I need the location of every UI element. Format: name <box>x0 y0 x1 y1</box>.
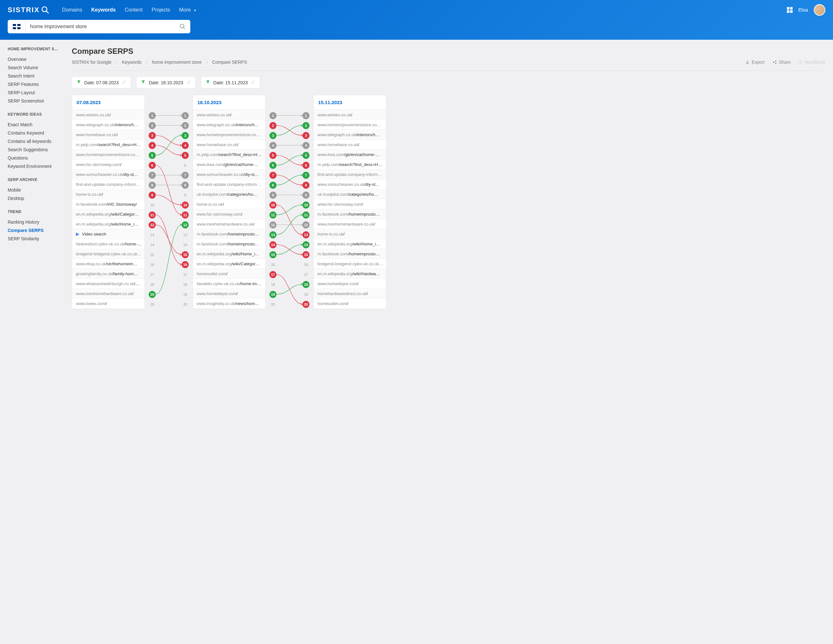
apps-icon[interactable] <box>787 7 793 13</box>
serp-result-row[interactable]: m.facebook.com/homeimprosto… <box>314 209 386 219</box>
pencil-icon[interactable] <box>187 80 191 85</box>
search-input[interactable] <box>26 24 175 29</box>
serp-result-row[interactable]: www.whatsoninedinburgh.co.uk/… <box>72 279 145 289</box>
pencil-icon[interactable] <box>251 80 255 85</box>
sidebar-item[interactable]: Desktop <box>8 194 64 203</box>
serp-result-row[interactable]: en.m.wikipedia.org/wiki/Categor… <box>72 209 145 219</box>
serp-result-row[interactable]: www.wickes.co.uk/ <box>72 110 145 120</box>
serp-result-row[interactable]: en.m.wikipedia.org/wiki/Home_i… <box>193 249 265 259</box>
nav-item[interactable]: Content <box>125 7 143 13</box>
serp-result-row[interactable]: bridgend-bridgend.cylex-uk.co.uk… <box>72 249 145 259</box>
serp-result-row[interactable]: www.telegraph.co.uk/interiors/h… <box>314 130 386 140</box>
serp-result-row[interactable]: www.inexhomehardware.co.uk/ <box>193 219 265 229</box>
serp-result-row[interactable]: www.inexhomehardware.co.uk/ <box>314 219 386 229</box>
breadcrumb-item[interactable]: SISTRIX for Google <box>72 60 111 65</box>
sidebar-item[interactable]: Exact Match <box>8 121 64 129</box>
serp-result-row[interactable]: m.yelp.com/search?find_desc=H… <box>314 159 386 169</box>
serp-result-row[interactable]: hednesford.cylex-uk.co.uk/home-… <box>72 239 145 249</box>
sidebar-item[interactable]: SERP Screenshot <box>8 97 64 105</box>
sidebar-item[interactable]: Keyword Environment <box>8 162 64 171</box>
sidebar-item[interactable]: SERP Features <box>8 80 64 89</box>
serp-result-row[interactable]: www.lowes.com/ <box>72 299 145 309</box>
serp-result-row[interactable]: www.ikea.com/gb/en/cat/home-… <box>314 150 386 159</box>
serp-result-row[interactable]: find-and-update.company-inform… <box>193 179 265 189</box>
pencil-icon[interactable] <box>122 80 126 85</box>
breadcrumb-item[interactable]: Keywords <box>122 60 141 65</box>
sidebar-item[interactable]: SERP-Layout <box>8 89 64 97</box>
serp-result-row[interactable]: home-is.co.uk/ <box>314 229 386 239</box>
serp-result-row[interactable]: find-and-update.company-inform… <box>72 179 145 189</box>
sidebar-item[interactable]: Search Suggestions <box>8 145 64 154</box>
serp-result-row[interactable]: www.hic-stornoway.com/ <box>72 159 145 169</box>
serp-result-row[interactable]: uk.trustpilot.com/categories/ho… <box>314 189 386 199</box>
serp-result-row[interactable]: en.m.wikipedia.org/wiki/Home_i… <box>72 219 145 229</box>
serp-result-row[interactable]: bridgend-bridgend.cylex-uk.co.uk… <box>314 259 386 269</box>
sidebar-item[interactable]: Compare SERPS <box>8 226 64 235</box>
serp-result-row[interactable]: www.ebay.co.uk/str/thehomeim… <box>72 259 145 269</box>
nav-item[interactable]: Domains <box>62 7 82 13</box>
serp-result-row[interactable]: www.homebase.co.uk/ <box>314 140 386 150</box>
serp-result-row[interactable]: www.inexhomehardware.co.uk/ <box>72 289 145 299</box>
serp-result-row[interactable]: m.yelp.com/search?find_desc=H… <box>193 150 265 159</box>
serp-result-row[interactable]: home-is.co.uk/ <box>193 199 265 209</box>
sidebar-item[interactable]: Overview <box>8 55 64 63</box>
sidebar-item[interactable]: Questions <box>8 154 64 162</box>
serp-result-row[interactable]: homeoutlet.com/ <box>314 299 386 309</box>
sidebar-item[interactable]: Search Intent <box>8 72 64 80</box>
serp-result-row[interactable]: www.insightdiy.co.uk/news/hom… <box>193 299 265 309</box>
serp-result-row[interactable]: www.homeimprovementstore.co… <box>314 120 386 130</box>
nav-item[interactable]: Projects <box>151 7 170 13</box>
serp-result-row[interactable]: www.somucheasier.co.uk/diy-st… <box>72 169 145 179</box>
share-button[interactable]: Share <box>772 60 791 65</box>
sidebar-item[interactable]: Contains all keywords <box>8 137 64 145</box>
serp-result-row[interactable]: www.wickes.co.uk/ <box>193 110 265 120</box>
country-selector[interactable] <box>8 20 26 33</box>
search-button[interactable] <box>175 23 190 30</box>
serp-result-row[interactable]: home-is.co.uk/ <box>72 189 145 199</box>
serp-result-row[interactable]: www.hic-stornoway.com/ <box>314 199 386 209</box>
nav-item[interactable]: More ▼ <box>179 7 197 13</box>
serp-result-row[interactable]: www.telegraph.co.uk/interiors/h… <box>193 120 265 130</box>
date-filter-chip[interactable]: Date: 07.08.2023 <box>72 77 131 89</box>
serp-result-row[interactable]: m.facebook.com/HIC.Stornoway/ <box>72 199 145 209</box>
serp-result-row[interactable]: www.homebase.co.uk/ <box>193 140 265 150</box>
serp-result-row[interactable]: www.homedepot.com/ <box>314 279 386 289</box>
date-filter-chip[interactable]: Date: 18.10.2023 <box>136 77 195 89</box>
serp-result-row[interactable]: www.telegraph.co.uk/interiors/h… <box>72 120 145 130</box>
breadcrumb-item[interactable]: Compare SERPS <box>212 60 247 65</box>
serp-result-row[interactable]: m.facebook.com/homeimprosto… <box>193 239 265 249</box>
handbook-button[interactable]: Handbook <box>798 60 825 65</box>
serp-result-row[interactable]: www.homebase.co.uk/ <box>72 130 145 140</box>
sidebar-item[interactable]: Search Volume <box>8 63 64 72</box>
serp-result-row[interactable]: m.facebook.com/homeimprosto… <box>193 229 265 239</box>
serp-result-row[interactable]: www.hic-stornoway.com/ <box>193 209 265 219</box>
serp-result-row[interactable]: en.m.wikipedia.org/wiki/Home_i… <box>314 239 386 249</box>
serp-result-row[interactable]: ▶Video search <box>72 229 145 239</box>
serp-result-row[interactable]: www.somucheasier.co.uk/diy-st… <box>314 179 386 189</box>
serp-result-row[interactable]: en.m.wikipedia.org/wiki/Categor… <box>193 259 265 269</box>
sidebar-item[interactable]: Contains Keyword <box>8 129 64 137</box>
serp-result-row[interactable]: find-and-update.company-inform… <box>314 169 386 179</box>
sidebar-item[interactable]: Ranking History <box>8 218 64 226</box>
logo[interactable]: SISTRIX <box>8 6 49 14</box>
sidebar-item[interactable]: Mobile <box>8 186 64 194</box>
serp-result-row[interactable]: www.homeimprovementstore.co… <box>72 150 145 159</box>
serp-result-row[interactable]: homeoutlet.com/ <box>193 269 265 279</box>
serp-result-row[interactable]: m.yelp.com/search?find_desc=H… <box>72 140 145 150</box>
serp-result-row[interactable]: www.ikea.com/gb/en/cat/home-… <box>193 159 265 169</box>
serp-result-row[interactable]: llandeilo.cylex-uk.co.uk/home-im… <box>193 279 265 289</box>
serp-result-row[interactable]: growingfamily.co.uk/family-hom… <box>72 269 145 279</box>
breadcrumb-item[interactable]: home improvement store <box>152 60 202 65</box>
serp-result-row[interactable]: uk.trustpilot.com/categories/ho… <box>193 189 265 199</box>
serp-result-row[interactable]: m.facebook.com/homeimprosto… <box>314 249 386 259</box>
user-name[interactable]: Elisa <box>798 7 808 13</box>
serp-result-row[interactable]: www.wickes.co.uk/ <box>314 110 386 120</box>
date-filter-chip[interactable]: Date: 15.11.2023 <box>201 77 260 89</box>
serp-result-row[interactable]: homehardwaredirect.co.uk/ <box>314 289 386 299</box>
nav-item[interactable]: Keywords <box>91 7 116 13</box>
serp-result-row[interactable]: www.homedepot.com/ <box>193 289 265 299</box>
sidebar-item[interactable]: SERP Similarity <box>8 235 64 243</box>
serp-result-row[interactable]: en.m.wikipedia.org/wiki/Hardwa… <box>314 269 386 279</box>
export-button[interactable]: Export <box>745 60 764 65</box>
serp-result-row[interactable]: www.somucheasier.co.uk/diy-st… <box>193 169 265 179</box>
